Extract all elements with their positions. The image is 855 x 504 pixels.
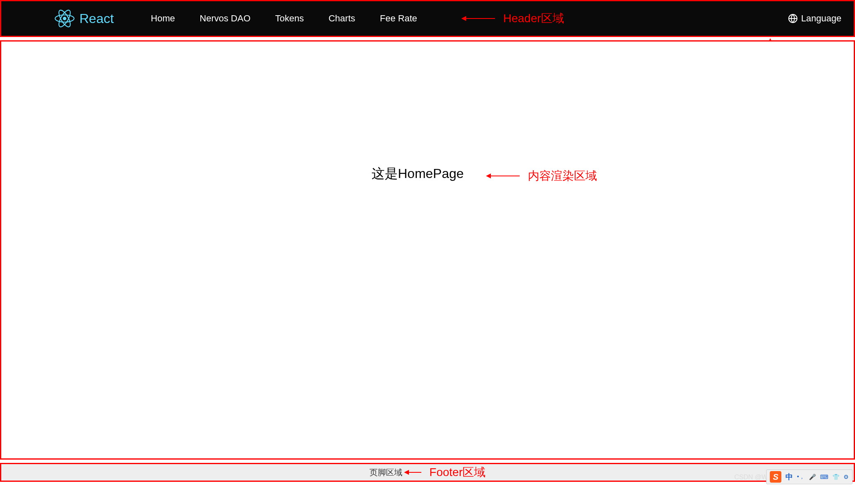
react-logo-icon xyxy=(55,9,74,28)
ime-toolbar[interactable]: S 中 •， 🎤 ⌨ 👕 ⚙ xyxy=(766,469,853,484)
globe-icon xyxy=(788,14,798,23)
nav-fee-rate[interactable]: Fee Rate xyxy=(380,13,417,24)
language-label: Language xyxy=(801,13,841,24)
ime-mic-icon[interactable]: 🎤 xyxy=(809,474,816,480)
language-switcher[interactable]: Language xyxy=(788,13,841,24)
footer-annotation-arrow: Footer区域 xyxy=(405,465,486,480)
logo-text: React xyxy=(79,11,114,26)
footer-annotation-label: Footer区域 xyxy=(430,465,486,480)
header-bar: React Home Nervos DAO Tokens Charts Fee … xyxy=(0,0,855,37)
ime-settings-icon[interactable]: ⚙ xyxy=(843,474,849,480)
footer-text: 页脚区域 xyxy=(369,467,402,478)
svg-point-0 xyxy=(63,17,67,21)
main-nav: Home Nervos DAO Tokens Charts Fee Rate xyxy=(151,13,417,24)
header-annotation-label: Header区域 xyxy=(503,11,564,26)
nav-charts[interactable]: Charts xyxy=(328,13,355,24)
ime-punctuation-icon[interactable]: •， xyxy=(797,473,805,481)
nav-nervos-dao[interactable]: Nervos DAO xyxy=(200,13,250,24)
ime-keyboard-icon[interactable]: ⌨ xyxy=(820,474,828,480)
ime-skin-icon[interactable]: 👕 xyxy=(832,474,839,480)
footer-bar: 页脚区域 Footer区域 xyxy=(0,463,855,482)
content-annotation-label: 内容渲染区域 xyxy=(528,168,597,184)
home-page-text: 这是HomePage xyxy=(372,165,464,183)
header-annotation-arrow: Header区域 xyxy=(462,11,564,26)
sogou-ime-icon[interactable]: S xyxy=(770,471,781,483)
logo[interactable]: React xyxy=(55,9,114,28)
ime-lang-indicator[interactable]: 中 xyxy=(785,472,793,482)
content-area: 这是HomePage 内容渲染区域 xyxy=(0,40,855,460)
content-annotation-arrow: 内容渲染区域 xyxy=(487,168,597,184)
nav-tokens[interactable]: Tokens xyxy=(275,13,304,24)
nav-home[interactable]: Home xyxy=(151,13,175,24)
